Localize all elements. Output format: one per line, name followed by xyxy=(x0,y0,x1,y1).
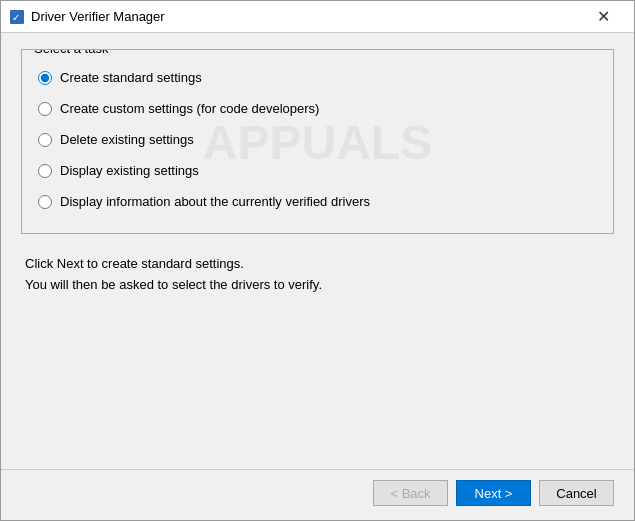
radio-label-5: Display information about the currently … xyxy=(60,194,370,209)
task-group: Select a task APPUALS Create standard se… xyxy=(21,49,614,234)
radio-item-2[interactable]: Create custom settings (for code develop… xyxy=(38,93,597,124)
dialog-window: ✓ Driver Verifier Manager ✕ Select a tas… xyxy=(0,0,635,521)
info-section: Click Next to create standard settings. … xyxy=(21,254,614,296)
close-button[interactable]: ✕ xyxy=(580,1,626,33)
svg-text:✓: ✓ xyxy=(12,12,20,23)
window-icon: ✓ xyxy=(9,9,25,25)
radio-input-4[interactable] xyxy=(38,164,52,178)
radio-input-5[interactable] xyxy=(38,195,52,209)
info-line-1: Click Next to create standard settings. xyxy=(25,254,610,275)
radio-input-1[interactable] xyxy=(38,71,52,85)
main-content: Select a task APPUALS Create standard se… xyxy=(1,33,634,469)
radio-item-4[interactable]: Display existing settings xyxy=(38,155,597,186)
title-bar: ✓ Driver Verifier Manager ✕ xyxy=(1,1,634,33)
radio-label-4: Display existing settings xyxy=(60,163,199,178)
info-line-2: You will then be asked to select the dri… xyxy=(25,275,610,296)
back-button[interactable]: < Back xyxy=(373,480,448,506)
radio-label-2: Create custom settings (for code develop… xyxy=(60,101,319,116)
next-button[interactable]: Next > xyxy=(456,480,531,506)
cancel-button[interactable]: Cancel xyxy=(539,480,614,506)
group-legend: Select a task xyxy=(30,49,112,56)
radio-item-1[interactable]: Create standard settings xyxy=(38,62,597,93)
window-title: Driver Verifier Manager xyxy=(31,9,580,24)
radio-item-3[interactable]: Delete existing settings xyxy=(38,124,597,155)
radio-label-3: Delete existing settings xyxy=(60,132,194,147)
radio-item-5[interactable]: Display information about the currently … xyxy=(38,186,597,217)
button-bar: < Back Next > Cancel xyxy=(1,469,634,520)
radio-input-2[interactable] xyxy=(38,102,52,116)
radio-input-3[interactable] xyxy=(38,133,52,147)
radio-label-1: Create standard settings xyxy=(60,70,202,85)
